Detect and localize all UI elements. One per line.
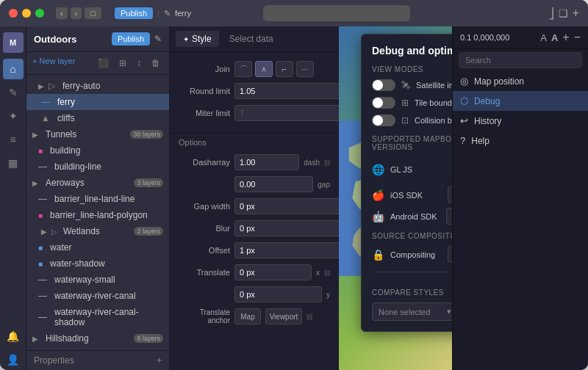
viewport-button[interactable]: Viewport (265, 308, 302, 324)
list-item[interactable]: —waterway-river-canal-shadow (26, 304, 169, 330)
right-search (453, 49, 588, 71)
plus-icon[interactable]: + (562, 31, 569, 44)
sidebar-layers: ▶▷ferry-auto —ferry ▲cliffs ▶Tunnels30 l… (26, 75, 169, 350)
compare-row: None selected ▾ Compare (372, 302, 452, 321)
tab-button[interactable]: □ (85, 7, 101, 19)
new-layer-button[interactable]: + New layer (32, 57, 75, 70)
round-limit-input[interactable] (234, 83, 339, 99)
compositing-dropdown[interactable]: — ▾ (448, 246, 453, 263)
sidebar-item-user[interactable]: 👤 (3, 349, 24, 370)
collision-boxes-toggle[interactable] (372, 115, 395, 126)
add-icon[interactable]: + (573, 7, 579, 20)
close-button[interactable] (9, 9, 18, 18)
tab-select-data[interactable]: Select data (222, 31, 281, 47)
add-property-icon[interactable]: + (157, 355, 162, 366)
android-label: Android SDK (390, 212, 437, 221)
list-item[interactable]: —waterway-river-canal (26, 288, 169, 304)
map-position-icon: ◎ (460, 76, 468, 87)
list-item[interactable]: ▶Tunnels30 layers (26, 126, 169, 142)
search-input[interactable] (459, 52, 582, 68)
list-item[interactable]: ▶Aeroways3 layers (26, 175, 169, 191)
sidebar-header: Outdoors Publish ✎ (26, 26, 169, 52)
sidebar-item-history[interactable]: ↩ History (453, 111, 588, 131)
map-area[interactable]: Debug and optimize View modes 🛰 Satellit… (339, 26, 452, 370)
compositing-row: 🔒 Compositing — ▾ (372, 246, 452, 263)
blur-input[interactable] (234, 220, 339, 236)
list-item[interactable]: —ferry (26, 94, 169, 110)
panel-tabs: ✦ Style Select data (170, 26, 339, 52)
back-button[interactable]: ‹ (56, 7, 68, 19)
compare-select[interactable]: None selected ▾ (372, 302, 452, 321)
sidebar-toolbar: + New layer ⬛ ⊞ ↕ 🗑 (26, 52, 169, 75)
translate-y-input[interactable] (234, 286, 322, 302)
join-btn-round[interactable]: ⌒ (234, 61, 252, 77)
nav-buttons: ‹ › □ (56, 7, 101, 19)
minus-icon[interactable]: − (574, 31, 581, 44)
blur-row: Blur ⊟ (179, 220, 330, 236)
traffic-lights (9, 9, 44, 18)
join-btn-miter[interactable]: ∧ (255, 61, 273, 77)
list-item[interactable]: —barrier_line-land-line (26, 191, 169, 207)
list-item[interactable]: ▲cliffs (26, 110, 169, 126)
list-item[interactable]: ▶▷ferry-auto (26, 78, 169, 94)
search-tool[interactable]: ⬛ (95, 57, 112, 70)
dasharray-input2[interactable] (234, 176, 313, 192)
gap-width-input[interactable] (234, 198, 339, 214)
list-item[interactable]: ■barrier_line-land-polygon (26, 207, 169, 223)
gljs-row: 🌐 GL JS Not supported ▾ Not supported 0.… (372, 157, 452, 182)
filter-tool[interactable]: ⊞ (116, 57, 129, 70)
move-tool[interactable]: ↕ (134, 57, 144, 70)
chevron-down-icon-compare: ▾ (447, 307, 451, 316)
publish-button[interactable]: Publish (112, 32, 150, 46)
sidebar-item-map-position[interactable]: ◎ Map position (453, 71, 588, 91)
join-btn-more[interactable]: ··· (296, 61, 314, 77)
share-icon[interactable]: ⎦ (549, 7, 554, 19)
sidebar-item-layers[interactable]: ≡ (3, 129, 24, 150)
forward-button[interactable]: › (71, 7, 82, 19)
join-section: Join ⌒ ∧ ⌐ ··· Round limit ⊟ (170, 58, 339, 130)
properties-label: Properties (34, 355, 74, 366)
gap-label: gap (318, 181, 330, 189)
dasharray-input1[interactable] (234, 154, 299, 170)
list-item[interactable]: ▶▷Wetlands2 layers (26, 223, 169, 239)
join-btn-bevel[interactable]: ⌐ (276, 61, 293, 77)
sidebar-item-help[interactable]: ? Help (453, 131, 588, 150)
list-item[interactable]: —building-line (26, 159, 169, 175)
debug-title: Debug and optimize (372, 45, 452, 57)
sidebar-item-edit[interactable]: ✎ (3, 82, 24, 103)
titlebar-right: ⎦ ❑ + (549, 7, 579, 20)
copy-icon[interactable]: ❑ (559, 7, 568, 19)
list-item[interactable]: —waterway-small (26, 272, 169, 288)
list-item[interactable]: ■water-shadow (26, 255, 169, 272)
list-item[interactable]: ▶Hillshading6 layers (26, 330, 169, 347)
tab-style[interactable]: ✦ Style (176, 31, 219, 47)
list-item[interactable]: ■water (26, 239, 169, 255)
tile-boundaries-toggle[interactable] (372, 97, 395, 109)
minimize-button[interactable] (22, 9, 31, 18)
search-bar (263, 5, 410, 21)
gljs-label: GL JS (390, 165, 448, 174)
bold-icon: A (551, 32, 558, 43)
map-button[interactable]: Map (234, 308, 261, 324)
ios-dropdown[interactable]: — ▾ (448, 186, 453, 203)
sidebar-item-home[interactable]: ⌂ (3, 59, 24, 79)
delete-tool[interactable]: 🗑 (148, 57, 163, 70)
edit-icon[interactable]: ✎ (154, 34, 162, 44)
sidebar-item-bell[interactable]: 🔔 (3, 326, 24, 347)
maximize-button[interactable] (35, 9, 44, 18)
translate-x-input[interactable] (234, 264, 312, 280)
list-item[interactable]: ■building (26, 142, 169, 159)
debug-panel: Debug and optimize View modes 🛰 Satellit… (361, 34, 452, 332)
satellite-toggle[interactable] (372, 79, 395, 91)
sidebar-item-debug[interactable]: ⬡ Debug (453, 91, 588, 111)
compare-section: Compare styles None selected ▾ Compare (372, 272, 452, 321)
titlebar: ‹ › □ Publish | ✎ ferry ⎦ ❑ + (0, 0, 588, 26)
miter-limit-input[interactable] (234, 105, 339, 121)
publish-label[interactable]: Publish (115, 7, 153, 19)
miter-limit-label: Miter limit (179, 109, 230, 117)
offset-input[interactable] (234, 242, 339, 258)
collision-boxes-toggle-row: ⊡ Collision boxes (372, 115, 452, 126)
sidebar-item-tools[interactable]: ✦ (3, 106, 24, 126)
android-dropdown[interactable]: — ▾ (446, 208, 452, 225)
sidebar-item-chart[interactable]: ▦ (3, 153, 24, 173)
